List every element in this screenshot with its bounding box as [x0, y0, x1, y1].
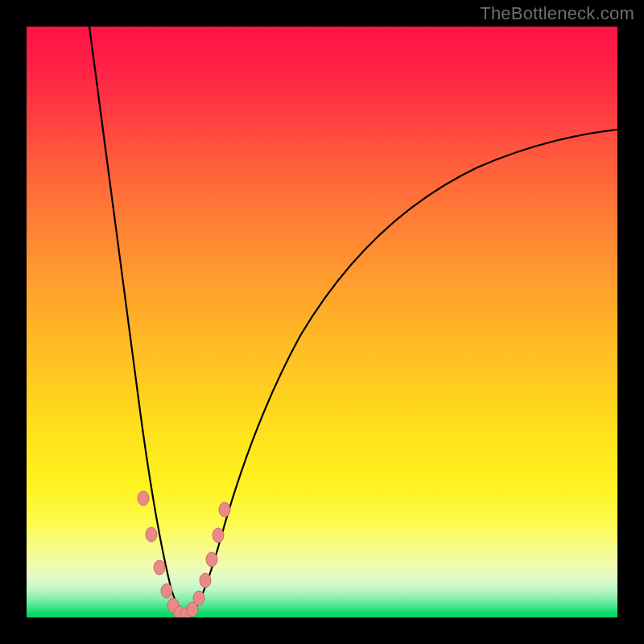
data-marker	[213, 528, 224, 543]
bottleneck-curve	[27, 27, 617, 617]
plot-area	[27, 27, 617, 617]
data-marker	[200, 573, 211, 588]
data-marker	[161, 584, 172, 598]
data-marker	[206, 552, 217, 567]
data-marker	[219, 502, 230, 517]
watermark-text: TheBottleneck.com	[480, 3, 634, 24]
data-marker	[138, 491, 149, 506]
data-marker	[146, 527, 157, 542]
chart-frame: TheBottleneck.com	[0, 0, 644, 644]
data-marker	[193, 591, 204, 605]
data-marker	[154, 560, 165, 575]
curve-path	[89, 27, 617, 616]
